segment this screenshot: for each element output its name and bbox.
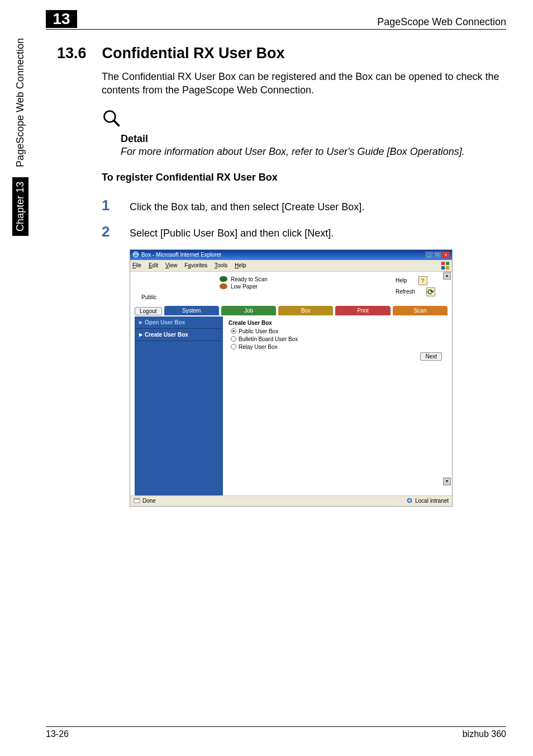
- help-icon[interactable]: ?: [418, 276, 427, 285]
- tab-system[interactable]: System: [164, 306, 219, 315]
- scroll-down-button[interactable]: ▾: [443, 478, 451, 485]
- nav-open-user-box[interactable]: ▶ Open User Box: [135, 316, 222, 329]
- footer-page-number: 13-26: [46, 729, 69, 739]
- printer-ready-icon: [220, 276, 227, 282]
- footer-product: bizhub 360: [463, 729, 506, 739]
- step-2-number: 2: [102, 223, 114, 240]
- vertical-page-label: Chapter 13 PageScope Web Connection: [12, 34, 28, 236]
- low-paper-icon: [220, 284, 227, 289]
- radio-bulletin-user-box[interactable]: Bulletin Board User Box: [231, 336, 442, 342]
- page-header: 13 PageScope Web Connection: [46, 10, 506, 30]
- ie-app-icon: [132, 251, 139, 259]
- intro-paragraph: The Confidential RX User Box can be regi…: [102, 70, 506, 97]
- logout-button[interactable]: Logout: [135, 307, 162, 315]
- minimize-button[interactable]: _: [425, 252, 433, 258]
- chapter-number: 13: [46, 10, 77, 28]
- ie-title-bar: Box - Microsoft Internet Explorer _ □ ×: [130, 250, 452, 260]
- radio-selected-icon: [231, 328, 236, 334]
- tab-job[interactable]: Job: [221, 306, 276, 315]
- refresh-link[interactable]: Refresh: [396, 289, 415, 295]
- radio-bulletin-label: Bulletin Board User Box: [239, 336, 298, 342]
- radio-relay-user-box[interactable]: Relay User Box: [231, 344, 442, 350]
- status-band: Ready to Scan Low Paper Help ? Refresh ⟳: [130, 272, 452, 304]
- left-nav: ▶ Open User Box ▶ Create User Box: [135, 316, 222, 495]
- menu-view[interactable]: View: [165, 262, 178, 268]
- section-number: 13.6: [57, 45, 87, 62]
- ie-logo-icon: [441, 261, 450, 270]
- svg-rect-7: [134, 498, 140, 503]
- step-1-number: 1: [102, 197, 114, 214]
- right-content-panel: Create User Box Public User Box Bulletin…: [222, 316, 448, 495]
- sub-heading: To register Confidential RX User Box: [102, 172, 506, 183]
- menu-help[interactable]: Help: [235, 262, 246, 268]
- magnifier-icon: [102, 108, 506, 131]
- page-content-area: ▴ Ready to Scan Low Paper Help ?: [130, 272, 452, 495]
- menu-favorites[interactable]: Favorites: [184, 262, 207, 268]
- header-title: PageScope Web Connection: [377, 16, 506, 28]
- status-intranet-text: Local intranet: [415, 498, 449, 504]
- embedded-screenshot: Box - Microsoft Internet Explorer _ □ × …: [130, 249, 453, 507]
- tab-row: Logout System Job Box Print Scan: [135, 306, 448, 315]
- ie-status-bar: Done Local intranet: [130, 495, 452, 506]
- step-2-text: Select [Public User Box] and then click …: [130, 228, 334, 239]
- nav-arrow-icon: ▶: [139, 320, 142, 325]
- status-ready-text: Ready to Scan: [231, 276, 268, 282]
- svg-rect-5: [441, 266, 445, 270]
- status-done-text: Done: [142, 498, 156, 504]
- ie-menu-bar: File Edit View Favorites Tools Help: [130, 260, 452, 272]
- help-link[interactable]: Help: [396, 277, 407, 284]
- radio-unselected-icon: [231, 336, 236, 342]
- intranet-icon: [406, 497, 413, 505]
- svg-rect-3: [441, 262, 445, 265]
- detail-label: Detail: [121, 133, 506, 145]
- step-1: 1 Click the Box tab, and then select [Cr…: [102, 197, 506, 214]
- svg-line-1: [114, 120, 119, 125]
- radio-public-label: Public User Box: [239, 328, 278, 334]
- nav-open-label: Open User Box: [145, 319, 185, 325]
- menu-edit[interactable]: Edit: [149, 262, 158, 268]
- panel-title: Create User Box: [229, 320, 442, 326]
- nav-arrow-icon: ▶: [139, 332, 142, 337]
- tab-print[interactable]: Print: [335, 306, 390, 315]
- vertical-chapter: Chapter 13: [12, 177, 28, 236]
- main-panel: ▶ Open User Box ▶ Create User Box Create…: [135, 316, 448, 495]
- svg-rect-4: [446, 262, 449, 265]
- ie-window-title: Box - Microsoft Internet Explorer: [141, 252, 221, 258]
- tab-box[interactable]: Box: [278, 306, 333, 315]
- section-heading: 13.6 Confidential RX User Box: [58, 45, 506, 62]
- vertical-section: PageScope Web Connection: [13, 34, 27, 172]
- status-lowpaper-text: Low Paper: [231, 284, 258, 290]
- maximize-button[interactable]: □: [434, 252, 441, 258]
- radio-unselected-icon: [231, 344, 236, 349]
- detail-block: Detail For more information about User B…: [121, 133, 506, 158]
- done-icon: [134, 497, 140, 505]
- menu-file[interactable]: File: [132, 262, 141, 268]
- step-2: 2 Select [Public User Box] and then clic…: [102, 223, 506, 240]
- menu-tools[interactable]: Tools: [215, 262, 227, 268]
- svg-rect-6: [446, 266, 449, 270]
- close-button[interactable]: ×: [442, 252, 450, 258]
- nav-create-user-box[interactable]: ▶ Create User Box: [135, 329, 222, 341]
- tab-scan[interactable]: Scan: [393, 306, 448, 315]
- nav-create-label: Create User Box: [145, 332, 188, 338]
- step-1-text: Click the Box tab, and then select [Crea…: [130, 201, 364, 213]
- section-title-text: Confidential RX User Box: [102, 45, 285, 62]
- radio-public-user-box[interactable]: Public User Box: [231, 328, 442, 334]
- detail-text: For more information about User Box, ref…: [121, 145, 506, 158]
- radio-relay-label: Relay User Box: [239, 344, 277, 350]
- next-button[interactable]: Next: [420, 352, 442, 361]
- page-footer: 13-26 bizhub 360: [46, 726, 506, 739]
- refresh-icon[interactable]: ⟳: [426, 287, 435, 296]
